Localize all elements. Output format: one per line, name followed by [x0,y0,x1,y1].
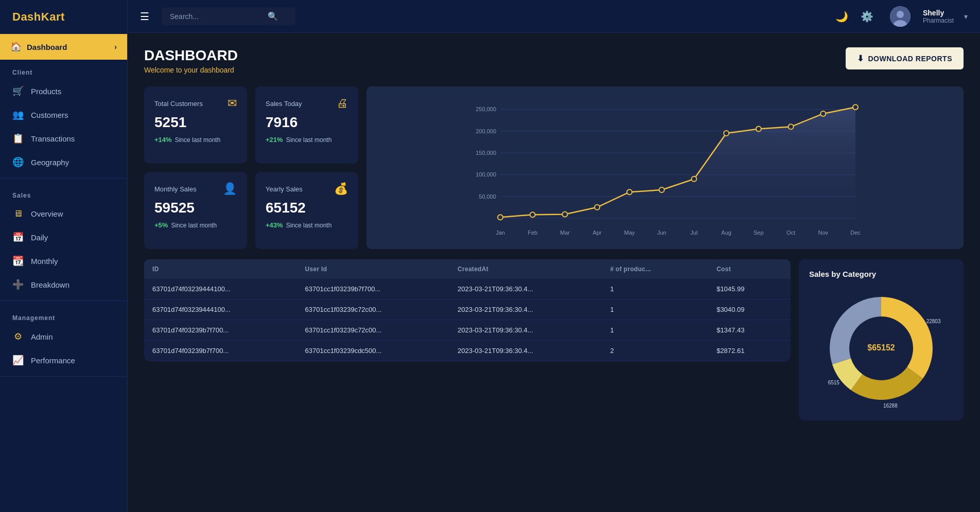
svg-text:100,000: 100,000 [476,171,496,178]
download-reports-button[interactable]: ⬇ DOWNLOAD REPORTS [846,47,964,69]
sidebar-dashboard-label: Dashboard [27,43,67,51]
table-column-header: # of produc... [602,259,708,279]
table-cell: 63701d74f03239444100... [144,279,296,299]
avatar [890,6,911,27]
table-row[interactable]: 63701d74f03239444100...63701cc1f03239b7f… [144,279,791,299]
stats-cards: Total Customers ✉ 5251 +14% Since last m… [144,86,358,249]
stat-card-monthly-sales: Monthly Sales 👤 59525 +5% Since last mon… [144,172,247,249]
sidebar-section-label: Sales [0,183,127,202]
stat-change-label: Since last month [286,222,332,229]
table-cell: 63701d74f03239444100... [144,299,296,320]
svg-text:May: May [624,229,635,236]
sidebar-item-breakdown[interactable]: ➕ Breakdown [0,273,127,296]
stat-label: Yearly Sales [266,185,303,193]
sidebar-item-monthly[interactable]: 📆 Monthly [0,249,127,273]
main-content: ☰ 🔍 🌙 ⚙️ Shelly Pharmacist ▾ DASHBOARD W… [128,0,980,512]
table-column-header: ID [144,259,296,279]
sidebar-item-customers[interactable]: 👥 Customers [0,103,127,127]
app-logo: DashKart [0,0,127,34]
table-cell: 63701cc1f03239c72c00... [296,320,449,341]
breakdown-icon: ➕ [12,279,24,290]
sidebar-label-overview: Overview [31,209,63,218]
stat-label: Total Customers [154,100,203,108]
geography-icon: 🌐 [12,156,24,168]
stat-label: Sales Today [266,100,302,108]
donut-label: 16288 [883,403,898,409]
stat-change: +14% [154,136,172,144]
sidebar-section-label: Management [0,305,127,325]
donut-chart-section: Sales by Category 22803162886515$65152 [799,259,964,420]
donut-center-value: $65152 [867,343,895,352]
gear-icon[interactable]: ⚙️ [861,10,873,23]
table-row[interactable]: 63701d74f03239444100...63701cc1f03239c72… [144,299,791,320]
sidebar-item-daily[interactable]: 📅 Daily [0,225,127,249]
table-cell: 63701cc1f03239c72c00... [296,299,449,320]
svg-text:Aug: Aug [721,229,731,236]
stat-label: Monthly Sales [154,185,197,193]
svg-point-36 [820,111,826,116]
download-button-label: DOWNLOAD REPORTS [868,55,952,63]
sidebar-label-customers: Customers [31,111,68,119]
stat-value: 5251 [154,114,237,131]
stat-card-header: Sales Today 🖨 [266,97,348,110]
stat-change: +5% [154,221,168,229]
svg-text:Mar: Mar [560,229,570,236]
sidebar-label-performance: Performance [31,356,75,365]
table-cell: 2023-03-21T09:36:30.4... [449,299,602,320]
stat-value: 7916 [266,114,348,131]
svg-point-37 [853,104,858,110]
table-row[interactable]: 63701d74f03239b7f700...63701cc1f03239cdc… [144,341,791,361]
svg-text:Jan: Jan [496,229,505,236]
performance-icon: 📈 [12,355,24,366]
search-input[interactable] [170,12,262,21]
page-subtitle: Welcome to your dashboard [144,66,238,74]
table-cell: 2023-03-21T09:36:30.4... [449,341,602,361]
donut-segment [881,297,933,379]
table-body: 63701d74f03239444100...63701cc1f03239b7f… [144,279,791,361]
svg-point-35 [789,124,794,129]
table-cell: 2023-03-21T09:36:30.4... [449,320,602,341]
svg-text:250,000: 250,000 [476,106,496,112]
line-chart: 50,000100,000150,000200,000250,000JanFeb… [375,95,955,239]
daily-icon: 📅 [12,232,24,243]
sidebar-item-performance[interactable]: 📈 Performance [0,348,127,372]
dashboard-titles: DASHBOARD Welcome to your dashboard [144,47,238,74]
stat-footer: +21% Since last month [266,136,348,144]
stat-change: +43% [266,221,283,229]
user-dropdown-icon[interactable]: ▾ [964,12,968,21]
table-header-row: IDUser IdCreatedAt# of produc...Cost [144,259,791,279]
data-table: IDUser IdCreatedAt# of produc...Cost 637… [144,259,791,361]
search-box[interactable]: 🔍 [162,7,295,25]
sidebar-item-dashboard[interactable]: 🏠 Dashboard › [0,34,127,60]
svg-text:Nov: Nov [818,229,828,236]
table-cell: $3040.09 [708,299,791,320]
stat-change-label: Since last month [171,222,217,229]
stat-card-header: Yearly Sales 💰 [266,182,348,196]
stat-footer: +14% Since last month [154,136,237,144]
svg-text:Apr: Apr [593,229,602,236]
moon-icon[interactable]: 🌙 [835,10,848,23]
svg-point-34 [756,127,761,132]
svg-point-28 [562,211,567,217]
sidebar-item-products[interactable]: 🛒 Products [0,79,127,103]
sidebar-item-geography[interactable]: 🌐 Geography [0,150,127,174]
stat-value: 65152 [266,200,348,216]
monthly-icon: 📆 [12,255,24,267]
sidebar-label-breakdown: Breakdown [31,280,69,289]
menu-icon[interactable]: ☰ [140,10,149,23]
svg-text:50,000: 50,000 [479,193,496,200]
dashboard-body: DASHBOARD Welcome to your dashboard ⬇ DO… [128,33,980,512]
stat-icon: 💰 [334,182,348,196]
sidebar-section-label: Client [0,60,127,79]
table-row[interactable]: 63701d74f03239b7f700...63701cc1f03239c72… [144,320,791,341]
avatar-image [890,6,911,27]
sidebar-item-transactions[interactable]: 📋 Transactions [0,127,127,150]
chevron-right-icon: › [114,43,117,51]
sidebar-item-admin[interactable]: ⚙ Admin [0,325,127,348]
svg-point-1 [897,11,904,18]
svg-text:Sep: Sep [754,229,764,236]
table-cell: 1 [602,279,708,299]
donut-label: 6515 [828,380,840,385]
sidebar-item-overview[interactable]: 🖥 Overview [0,202,127,225]
sidebar-label-transactions: Transactions [31,134,75,143]
